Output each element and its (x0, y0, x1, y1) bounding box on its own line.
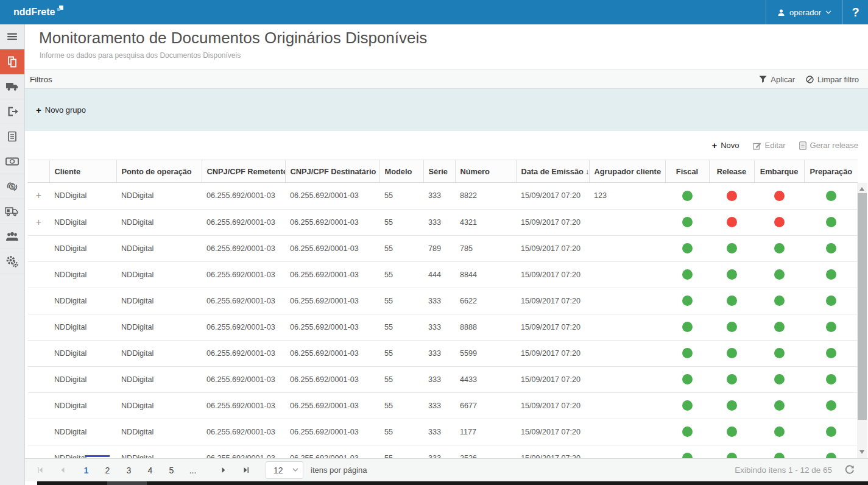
sidebar-item-6[interactable]: $ (0, 174, 24, 199)
header-release[interactable]: Release (709, 160, 754, 183)
expand-placeholder (28, 314, 49, 340)
table-row[interactable]: NDDigitalNDDigital06.255.692/0001-0306.2… (28, 392, 858, 419)
cell-numero: 5599 (455, 340, 516, 366)
pager-page-4[interactable]: 4 (139, 462, 161, 478)
cell-serie: 333 (423, 445, 455, 458)
horizontal-scrollbar-thumb[interactable] (107, 481, 147, 485)
pager-more-button[interactable]: ... (182, 462, 203, 478)
app-window: nddFrete operador ? (0, 0, 868, 485)
sidebar-item-9[interactable] (0, 249, 24, 274)
pager-page-2[interactable]: 2 (97, 462, 118, 478)
cell-ponto-operacao: NDDigital (116, 340, 202, 366)
header-modelo[interactable]: Modelo (379, 160, 423, 183)
header-numero[interactable]: Número (455, 160, 516, 183)
status-dot-embarque-green (774, 296, 785, 306)
clear-filter-button[interactable]: Limpar filtro (806, 75, 859, 84)
header-serie[interactable]: Série (423, 160, 455, 183)
cell-modelo: 55 (379, 366, 423, 392)
sidebar-item-8[interactable] (0, 224, 24, 249)
sidebar-item-2[interactable] (0, 74, 24, 99)
funnel-icon (759, 76, 767, 83)
refresh-icon[interactable] (844, 465, 855, 475)
pager-prev-button[interactable] (56, 467, 69, 473)
scroll-down-button[interactable] (859, 450, 864, 454)
pager-page-1[interactable]: 1 (76, 462, 97, 478)
pager-page-5[interactable]: 5 (161, 462, 182, 478)
header-ponto-operacao[interactable]: Ponto de operação (116, 160, 202, 183)
header-cnpj-destinatario[interactable]: CNPJ/CPF Destinatário (285, 160, 379, 183)
new-button[interactable]: + Novo (711, 140, 739, 150)
status-dot-embarque-green (774, 400, 785, 411)
cell-cnpj-remetente: 06.255.692/0001-03 (202, 261, 285, 288)
horizontal-scrollbar[interactable] (37, 481, 868, 485)
cell-modelo: 55 (379, 235, 423, 261)
sidebar-item-7[interactable] (0, 199, 24, 224)
pager-first-button[interactable] (34, 467, 47, 473)
table-row[interactable]: +NDDigitalNDDigital06.255.692/0001-0306.… (28, 209, 858, 235)
new-group-label: Novo grupo (45, 105, 86, 115)
page-subtitle: Informe os dados para pesquisa dos Docum… (40, 51, 241, 60)
expand-row-button[interactable]: + (28, 183, 49, 209)
pager-last-button[interactable] (239, 467, 252, 473)
scrollbar-thumb[interactable] (858, 193, 867, 420)
table-row[interactable]: NDDigitalNDDigital06.255.692/0001-0306.2… (28, 235, 858, 261)
cell-preparacao (804, 288, 858, 314)
cell-cliente: NDDigital (49, 340, 116, 366)
sidebar-menu-toggle[interactable] (0, 24, 24, 49)
table-row[interactable]: NDDigitalNDDigital06.255.692/0001-0306.2… (28, 288, 858, 314)
table-row[interactable]: NDDigitalNDDigital06.255.692/0001-0306.2… (28, 340, 858, 366)
page-size-select[interactable]: 12 (266, 461, 303, 479)
expand-placeholder (28, 366, 49, 392)
sidebar-item-5[interactable] (0, 149, 24, 174)
status-dot-fiscal-green (682, 217, 693, 227)
pager-page-3[interactable]: 3 (118, 462, 139, 478)
status-dot-preparacao-green (826, 296, 836, 306)
table-row[interactable]: NDDigitalNDDigital06.255.692/0001-0306.2… (28, 445, 858, 458)
sidebar-item-4[interactable] (0, 124, 24, 149)
status-dot-embarque-green (774, 453, 785, 458)
scroll-up-button[interactable] (859, 187, 864, 191)
pager-next-button[interactable] (216, 467, 230, 473)
status-dot-release-green (727, 243, 737, 253)
cell-release (709, 419, 754, 445)
header-data-emissao[interactable]: Data de Emissão↓ (516, 160, 589, 183)
header-preparacao[interactable]: Preparação (804, 160, 858, 183)
table-row[interactable]: +NDDigitalNDDigital06.255.692/0001-0306.… (28, 183, 858, 209)
expand-placeholder (28, 419, 49, 445)
sidebar-item-documents-monitoring[interactable] (0, 49, 24, 74)
apply-filter-button[interactable]: Aplicar (759, 75, 795, 84)
table-row[interactable]: NDDigitalNDDigital06.255.692/0001-0306.2… (28, 366, 858, 392)
generate-release-button[interactable]: Gerar release (799, 141, 858, 150)
help-button[interactable]: ? (842, 0, 868, 24)
header-cnpj-remetente[interactable]: CNPJ/CPF Remetente (202, 160, 285, 183)
user-menu[interactable]: operador (766, 0, 842, 24)
cell-ponto-operacao: NDDigital (116, 314, 202, 340)
header-fiscal[interactable]: Fiscal (665, 160, 709, 183)
table-row[interactable]: NDDigitalNDDigital06.255.692/0001-0306.2… (28, 261, 858, 288)
cell-cnpj-destinatario: 06.255.692/0001-03 (285, 445, 379, 458)
header-embarque[interactable]: Embarque (754, 160, 804, 183)
expand-placeholder (28, 261, 49, 288)
header-data-emissao-label: Data de Emissão (521, 167, 584, 176)
app-logo[interactable]: nddFrete (13, 7, 63, 18)
pencil-icon (753, 141, 761, 150)
cell-modelo: 55 (379, 392, 423, 419)
cell-modelo: 55 (379, 183, 423, 209)
sidebar-item-3[interactable] (0, 99, 24, 124)
header-cliente[interactable]: Cliente (49, 160, 116, 183)
grid-rows: +NDDigitalNDDigital06.255.692/0001-0306.… (28, 183, 858, 458)
table-row[interactable]: NDDigitalNDDigital06.255.692/0001-0306.2… (28, 314, 858, 340)
cell-cnpj-remetente: 06.255.692/0001-03 (202, 392, 285, 419)
status-dot-preparacao-green (826, 427, 836, 437)
header-agrupador-cliente[interactable]: Agrupador cliente (589, 160, 665, 183)
expand-row-button[interactable]: + (28, 209, 49, 235)
cell-preparacao (804, 261, 858, 288)
edit-button[interactable]: Editar (753, 141, 786, 150)
table-row[interactable]: NDDigitalNDDigital06.255.692/0001-0306.2… (28, 419, 858, 445)
cell-release (709, 183, 754, 209)
vertical-scrollbar[interactable] (857, 183, 867, 458)
cell-cnpj-destinatario: 06.255.692/0001-03 (285, 183, 379, 209)
cell-embarque (754, 340, 804, 366)
new-group-button[interactable]: + Novo grupo (36, 105, 86, 115)
grid-toolbar: + Novo Editar Gerar release (25, 131, 868, 160)
